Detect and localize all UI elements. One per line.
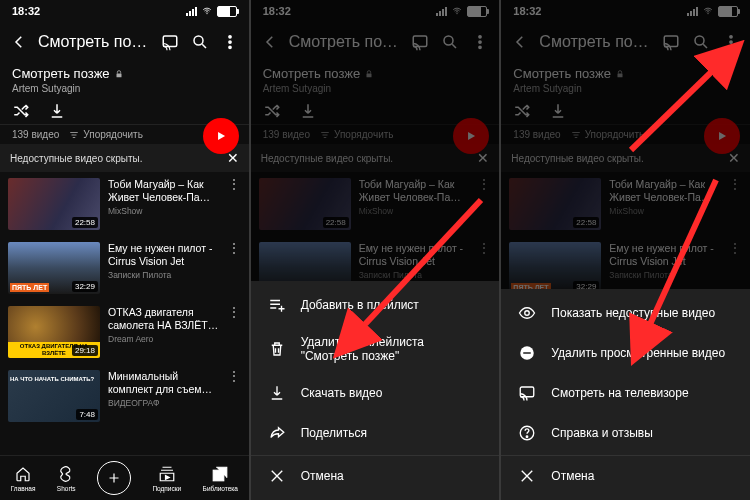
bottom-tab-bar: Главная Shorts Подписки Библиотека: [0, 455, 249, 500]
signal-icon: [186, 7, 197, 16]
svg-rect-26: [521, 387, 535, 397]
svg-point-23: [525, 311, 530, 316]
video-title: Минимальный комплект для съем…: [108, 370, 219, 396]
video-channel: Dream Aero: [108, 334, 219, 344]
more-icon[interactable]: [219, 31, 241, 53]
notice-close-icon[interactable]: ✕: [227, 150, 239, 166]
minus-circle-icon: [517, 343, 537, 363]
share-icon: [267, 423, 287, 443]
video-more-icon[interactable]: ⋮: [227, 370, 241, 422]
sheet-help[interactable]: Справка и отзывы: [501, 413, 750, 453]
video-thumbnail: ПЯТЬ ЛЕТ32:29: [8, 242, 100, 294]
video-duration: 22:58: [72, 217, 98, 228]
sort-button[interactable]: Упорядочить: [69, 129, 143, 140]
tab-shorts[interactable]: Shorts: [57, 465, 76, 492]
video-title: ОТКАЗ двигателя самолета НА ВЗЛЁТ…: [108, 306, 219, 332]
video-row[interactable]: ОТКАЗ ДВИГАТЕЛЯ НА ВЗЛЁТЕ29:18 ОТКАЗ дви…: [0, 300, 249, 364]
overflow-action-sheet: Показать недоступные видео Удалить просм…: [501, 289, 750, 500]
notice-text: Недоступные видео скрыты.: [10, 153, 142, 164]
video-duration: 29:18: [72, 345, 98, 356]
screen-playlist: 18:32 Смотреть позже Смотреть позже Arte…: [0, 0, 251, 500]
download-icon[interactable]: [48, 102, 66, 120]
help-icon: [517, 423, 537, 443]
sheet-cancel[interactable]: Отмена: [501, 455, 750, 496]
video-more-icon[interactable]: ⋮: [227, 306, 241, 358]
video-row[interactable]: ПЯТЬ ЛЕТ32:29 Ему не нужен пилот - Cirru…: [0, 236, 249, 300]
screen-video-menu: 18:32 Смотреть позже Смотреть позжеArtem…: [251, 0, 502, 500]
search-icon[interactable]: [189, 31, 211, 53]
cast-icon[interactable]: [159, 31, 181, 53]
video-channel: ВИДЕОГРАФ: [108, 398, 219, 408]
sheet-watch-tv[interactable]: Смотреть на телевизоре: [501, 373, 750, 413]
video-thumbnail: 22:58: [8, 178, 100, 230]
video-more-icon[interactable]: ⋮: [227, 178, 241, 230]
status-bar: 18:32: [0, 0, 249, 22]
playlist-add-icon: [267, 295, 287, 315]
video-row[interactable]: НА ЧТО НАЧАТЬ СНИМАТЬ?7:48 Минимальный к…: [0, 364, 249, 428]
close-icon: [267, 466, 287, 486]
video-title: Тоби Магуайр – Как Живет Человек-Па…: [108, 178, 219, 204]
video-channel: MixShow: [108, 206, 219, 216]
tab-create[interactable]: [97, 461, 131, 495]
sheet-remove-playlist[interactable]: Удалить из плейлиста "Смотреть позже": [251, 325, 500, 373]
svg-rect-25: [524, 352, 532, 354]
close-icon: [517, 466, 537, 486]
battery-icon: [217, 6, 237, 17]
video-thumbnail: НА ЧТО НАЧАТЬ СНИМАТЬ?7:48: [8, 370, 100, 422]
video-count: 139 видео: [12, 129, 59, 140]
app-header: Смотреть позже: [0, 22, 249, 62]
video-title: Ему не нужен пилот - Cirrus Vision Jet: [108, 242, 219, 268]
sheet-download[interactable]: Скачать видео: [251, 373, 500, 413]
video-action-sheet: Добавить в плейлист Удалить из плейлиста…: [251, 281, 500, 500]
shuffle-icon[interactable]: [12, 102, 30, 120]
svg-point-0: [206, 13, 207, 14]
playlist-author: Artem Sutyagin: [12, 83, 237, 94]
trash-icon: [267, 339, 287, 359]
video-duration: 32:29: [72, 281, 98, 292]
video-row[interactable]: 22:58 Тоби Магуайр – Как Живет Человек-П…: [0, 172, 249, 236]
svg-point-5: [229, 46, 231, 48]
tab-subscriptions[interactable]: Подписки: [152, 465, 181, 492]
sheet-cancel[interactable]: Отмена: [251, 455, 500, 496]
svg-point-28: [527, 436, 529, 438]
playlist-name: Смотреть позже: [12, 66, 110, 81]
playlist-meta: Смотреть позже Artem Sutyagin: [0, 62, 249, 96]
tab-library[interactable]: Библиотека: [203, 465, 238, 492]
svg-point-3: [229, 36, 231, 38]
sheet-show-unavailable[interactable]: Показать недоступные видео: [501, 293, 750, 333]
video-channel: Записки Пилота: [108, 270, 219, 280]
play-all-button[interactable]: [203, 118, 239, 154]
sheet-add-playlist[interactable]: Добавить в плейлист: [251, 285, 500, 325]
sheet-remove-watched[interactable]: Удалить просмотренные видео: [501, 333, 750, 373]
video-more-icon[interactable]: ⋮: [227, 242, 241, 294]
sheet-share[interactable]: Поделиться: [251, 413, 500, 453]
back-icon[interactable]: [8, 31, 30, 53]
svg-rect-1: [163, 36, 177, 47]
wifi-icon: [200, 6, 214, 16]
video-duration: 7:48: [76, 409, 98, 420]
svg-point-4: [229, 41, 231, 43]
video-list: 22:58 Тоби Магуайр – Как Живет Человек-П…: [0, 172, 249, 428]
tab-home[interactable]: Главная: [11, 465, 36, 492]
svg-point-2: [194, 36, 203, 45]
eye-icon: [517, 303, 537, 323]
cast-icon: [517, 383, 537, 403]
status-time: 18:32: [12, 5, 40, 17]
status-right: [186, 6, 237, 17]
page-title: Смотреть позже: [38, 33, 151, 51]
screen-overflow-menu: 18:32 Смотреть позже Смотреть позжеArtem…: [501, 0, 750, 500]
svg-rect-6: [116, 73, 121, 77]
video-thumbnail: ОТКАЗ ДВИГАТЕЛЯ НА ВЗЛЁТЕ29:18: [8, 306, 100, 358]
lock-icon: [114, 69, 124, 79]
download-icon: [267, 383, 287, 403]
